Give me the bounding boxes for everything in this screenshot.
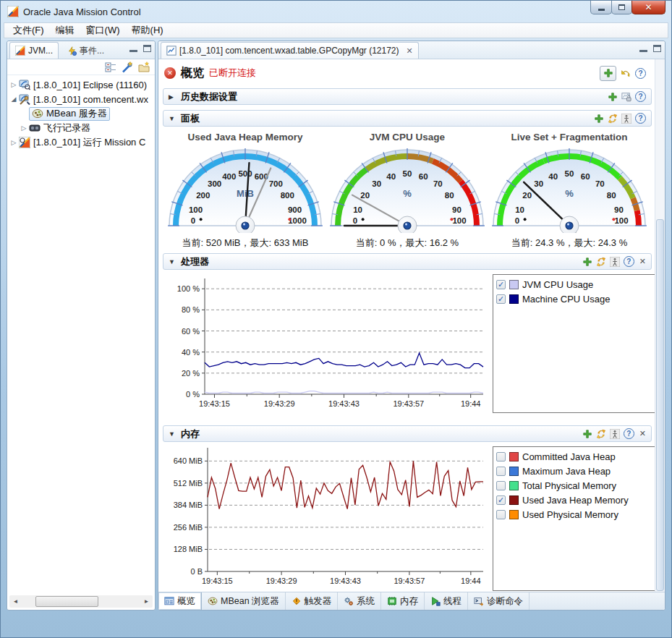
minimize-button[interactable] xyxy=(590,1,612,14)
legend-checkbox[interactable]: ✓ xyxy=(496,294,506,304)
revert-icon[interactable] xyxy=(621,68,631,78)
legend-checkbox[interactable] xyxy=(496,481,506,490)
refresh-icon[interactable] xyxy=(596,429,606,439)
collapsed-twistie-icon[interactable]: ▶ xyxy=(169,93,176,101)
page-tab-label: 概览 xyxy=(177,595,195,608)
page-tab-线程[interactable]: 线程 xyxy=(425,592,468,610)
tab-icon xyxy=(67,46,77,56)
gauge-title: JVM CPU Usage xyxy=(326,132,488,143)
help-icon[interactable]: ? xyxy=(635,91,646,102)
svg-text:MiB: MiB xyxy=(237,188,254,199)
accessibility-icon[interactable] xyxy=(610,429,620,439)
view-maximize-icon[interactable] xyxy=(143,45,151,52)
new-connection-button[interactable] xyxy=(121,61,134,74)
scrollbar-thumb[interactable] xyxy=(35,596,98,607)
collapsed-twistie-icon[interactable]: ▷ xyxy=(19,124,29,132)
page-tab-系统[interactable]: 系统 xyxy=(338,592,381,610)
editor-panel: [1.8.0_101] com.tencent.wxad.table.GPCop… xyxy=(158,41,665,611)
collapse-all-button[interactable] xyxy=(104,61,117,74)
svg-text:300: 300 xyxy=(208,179,221,188)
add-icon[interactable] xyxy=(582,429,592,439)
view-minimize-icon[interactable] xyxy=(639,50,647,52)
legend-swatch xyxy=(509,280,519,289)
menu-item[interactable]: 窗口(W) xyxy=(80,22,126,38)
svg-text:500: 500 xyxy=(238,169,252,178)
legend-checkbox[interactable]: ✓ xyxy=(496,495,506,505)
help-icon[interactable]: ? xyxy=(635,68,646,79)
vertical-scrollbar[interactable] xyxy=(655,59,665,592)
help-icon[interactable]: ? xyxy=(624,428,634,439)
help-icon[interactable]: ? xyxy=(624,256,634,267)
page-tab-概览[interactable]: 概览 xyxy=(158,592,202,610)
tree-item[interactable]: MBean 服务器 xyxy=(9,106,155,121)
tree-item-label: [1.8.0_101] Eclipse (11160) xyxy=(33,80,147,90)
accessibility-icon[interactable] xyxy=(621,114,631,124)
page-tab-内存[interactable]: 内存 xyxy=(381,592,425,610)
view-minimize-icon[interactable] xyxy=(129,50,137,52)
gauge-title: Live Set + Fragmentation xyxy=(488,132,650,143)
legend-checkbox[interactable] xyxy=(496,452,506,462)
add-icon[interactable] xyxy=(582,257,592,267)
collapsed-twistie-icon[interactable]: ▷ xyxy=(9,139,19,146)
refresh-icon[interactable] xyxy=(596,257,606,267)
page-tab-触发器[interactable]: 触发器 xyxy=(286,592,339,610)
processor-chart-area: 0 %20 %40 %60 %80 %100 %19:43:1519:43:29… xyxy=(163,271,652,420)
legend-item: ✓Machine CPU Usage xyxy=(496,293,654,305)
expanded-twistie-icon[interactable]: ▼ xyxy=(169,115,176,122)
tree-item[interactable]: ▷[1.8.0_101] Eclipse (11160) xyxy=(9,77,155,92)
menu-item[interactable]: 帮助(H) xyxy=(126,22,169,38)
section-memory[interactable]: ▼ 内存 ?✕ xyxy=(163,425,652,442)
svg-text:70: 70 xyxy=(433,179,443,188)
add-button[interactable] xyxy=(600,66,616,81)
menu-item[interactable]: 文件(F) xyxy=(7,22,50,38)
editor-tab[interactable]: [1.8.0_101] com.tencent.wxad.table.GPCop… xyxy=(161,42,419,59)
scroll-left-icon[interactable]: ◄ xyxy=(9,595,22,608)
legend-checkbox[interactable] xyxy=(496,467,506,476)
svg-text:60: 60 xyxy=(419,172,428,181)
section-close-icon[interactable]: ✕ xyxy=(639,429,646,438)
svg-text:40 %: 40 % xyxy=(182,348,200,357)
tree-item[interactable]: ▷飞行记录器 xyxy=(9,121,155,135)
sidebar-tab[interactable]: 事件... xyxy=(61,42,110,59)
svg-text:19:43:29: 19:43:29 xyxy=(266,577,297,585)
scrollbar-thumb[interactable] xyxy=(656,219,664,591)
section-processor[interactable]: ▼ 处理器 ?✕ xyxy=(163,253,652,270)
tree-item[interactable]: ▷[1.8.0_101] 运行 Mission C xyxy=(9,135,155,150)
expanded-twistie-icon[interactable]: ◢ xyxy=(9,95,19,103)
svg-text:90: 90 xyxy=(614,205,624,214)
tab-close-icon[interactable]: ✕ xyxy=(407,46,413,56)
tree-item[interactable]: ◢[1.8.0_101] com.tencent.wx xyxy=(9,92,155,106)
accessibility-icon[interactable] xyxy=(610,257,620,267)
add-icon[interactable] xyxy=(608,92,618,102)
sidebar-tab[interactable]: JVM... xyxy=(9,42,59,59)
page-tab-label: 触发器 xyxy=(305,595,332,608)
collapsed-twistie-icon[interactable]: ▷ xyxy=(9,81,19,88)
legend-checkbox[interactable]: ✓ xyxy=(496,280,506,289)
refresh-icon[interactable] xyxy=(608,114,618,124)
tree-item-label: 飞行记录器 xyxy=(43,122,90,135)
maximize-button[interactable] xyxy=(611,1,632,14)
expanded-twistie-icon[interactable]: ▼ xyxy=(169,430,176,438)
legend-checkbox[interactable] xyxy=(496,510,506,519)
horizontal-scrollbar[interactable]: ◄ ► xyxy=(9,595,153,608)
section-dashboard[interactable]: ▼ 面板 ? xyxy=(163,110,652,127)
expanded-twistie-icon[interactable]: ▼ xyxy=(169,258,176,265)
page-tab-MBean 浏览器[interactable]: MBean 浏览器 xyxy=(202,592,286,610)
scroll-right-icon[interactable]: ► xyxy=(140,595,153,608)
editor-body: ✕ 概览 已断开连接 ? ▶ 历史数据设置 ? ▼ 面板 ? xyxy=(158,59,665,592)
view-maximize-icon[interactable] xyxy=(653,45,661,52)
svg-text:0: 0 xyxy=(191,216,195,225)
new-folder-button[interactable] xyxy=(137,61,150,74)
section-close-icon[interactable]: ✕ xyxy=(639,257,646,266)
close-button[interactable]: ✕ xyxy=(631,1,665,14)
help-icon[interactable]: ? xyxy=(635,113,646,124)
chart-attach-icon[interactable] xyxy=(621,92,631,102)
gauge-dial: 0102030405060708090100% xyxy=(491,143,647,233)
page-tab-label: 内存 xyxy=(400,595,418,608)
menu-item[interactable]: 编辑 xyxy=(50,22,80,38)
add-icon[interactable] xyxy=(594,114,604,124)
section-history-settings[interactable]: ▶ 历史数据设置 ? xyxy=(163,88,652,105)
svg-text:10: 10 xyxy=(353,205,362,214)
svg-text:19:43:57: 19:43:57 xyxy=(393,399,424,408)
page-tab-诊断命令[interactable]: 诊断命令 xyxy=(468,592,529,610)
